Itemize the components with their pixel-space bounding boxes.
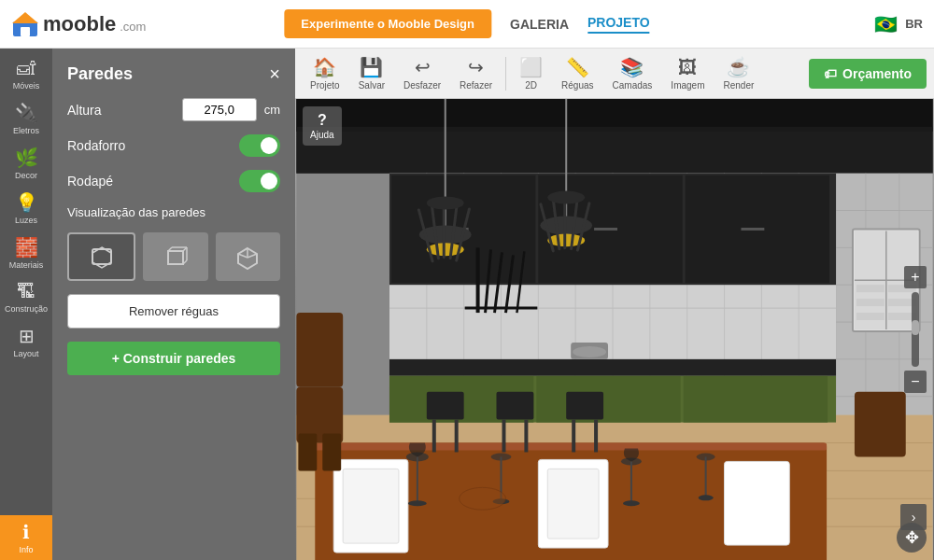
altura-input[interactable] — [182, 98, 257, 121]
svg-rect-100 — [315, 443, 827, 451]
rodaforro-toggle-row: Rodaforro — [67, 134, 280, 157]
ajuda-icon: ? — [318, 112, 327, 129]
tool-projeto-button[interactable]: 🏠 Projeto — [303, 52, 347, 94]
logo-suffix: .com — [120, 20, 146, 34]
scene-svg — [295, 99, 934, 560]
view-box-icon — [163, 244, 189, 270]
construcao-icon: 🏗 — [17, 281, 35, 302]
try-mooble-button[interactable]: Experimente o Mooble Design — [284, 9, 491, 38]
sidebar-item-materiais[interactable]: 🧱 Materiais — [0, 231, 52, 275]
luzes-icon: 💡 — [15, 191, 38, 214]
sidebar-item-moveis[interactable]: 🛋 Móveis — [0, 52, 52, 96]
svg-rect-120 — [322, 434, 341, 471]
sidebar-info-label: Info — [19, 545, 33, 554]
paredes-panel: Paredes × Altura cm Rodaforro Rodapé Vis… — [52, 49, 295, 560]
svg-rect-17 — [296, 99, 932, 132]
remover-reguas-button[interactable]: Remover réguas — [67, 294, 280, 329]
move-icon-button[interactable]: ✥ — [897, 523, 927, 553]
rodape-label: Rodapé — [67, 174, 232, 189]
construir-paredes-button[interactable]: + Construir paredes — [67, 342, 280, 375]
nav-galeria-link[interactable]: GALERIA — [510, 17, 569, 32]
toolbar: 🏠 Projeto 💾 Salvar ↩ Desfazer ↪ Refazer … — [295, 49, 934, 99]
tool-refazer-label: Refazer — [460, 80, 492, 91]
svg-rect-110 — [547, 469, 599, 539]
sidebar-item-layout[interactable]: ⊞ Layout — [0, 319, 52, 364]
nav-projeto-link[interactable]: PROJETO — [587, 15, 650, 34]
tool-salvar-label: Salvar — [359, 80, 385, 91]
language-label[interactable]: BR — [905, 17, 923, 31]
svg-line-14 — [248, 254, 257, 258]
tool-imagem-label: Imagem — [671, 80, 704, 91]
tool-projeto-label: Projeto — [310, 80, 340, 91]
rodaforro-label: Rodaforro — [67, 138, 232, 153]
tool-imagem-button[interactable]: 🖼 Imagem — [663, 53, 712, 94]
sidebar-moveis-label: Móveis — [13, 81, 40, 91]
3d-viewport[interactable]: ? Ajuda + − › ✥ — [295, 99, 934, 560]
tool-camadas-button[interactable]: 📚 Camadas — [605, 52, 660, 94]
sidebar-item-eletros[interactable]: 🔌 Eletros — [0, 96, 52, 141]
svg-rect-94 — [856, 299, 884, 306]
svg-rect-119 — [298, 434, 317, 471]
sidebar-item-decor[interactable]: 🌿 Decor — [0, 141, 52, 186]
decor-icon: 🌿 — [15, 147, 38, 169]
tool-render-button[interactable]: ☕ Render — [715, 52, 761, 94]
svg-rect-18 — [296, 127, 932, 174]
svg-rect-129 — [566, 392, 603, 420]
view-box-button[interactable] — [143, 232, 207, 281]
sidebar-item-info[interactable]: ℹ Info — [0, 515, 52, 560]
eletros-icon: 🔌 — [15, 102, 38, 124]
view-corner-button[interactable] — [216, 232, 280, 281]
svg-point-80 — [547, 191, 585, 204]
zoom-out-button[interactable]: − — [904, 371, 927, 393]
tool-salvar-button[interactable]: 💾 Salvar — [351, 52, 392, 94]
ajuda-button[interactable]: ? Ajuda — [303, 106, 342, 146]
logo-text: mooble — [43, 12, 116, 36]
logo-icon — [11, 10, 39, 38]
projeto-icon: 🏠 — [313, 56, 336, 78]
info-icon: ℹ — [22, 521, 30, 543]
zoom-bar[interactable] — [912, 292, 919, 367]
layout-icon: ⊞ — [19, 325, 35, 347]
svg-point-71 — [427, 197, 464, 210]
rodaforro-toggle[interactable] — [239, 134, 280, 157]
header-nav: Experimente o Mooble Design GALERIA PROJ… — [284, 9, 649, 38]
tool-desfazer-button[interactable]: ↩ Desfazer — [396, 52, 448, 94]
zoom-in-button[interactable]: + — [904, 266, 927, 288]
tool-camadas-label: Camadas — [613, 80, 653, 91]
svg-point-88 — [573, 346, 606, 357]
sidebar-item-construcao[interactable]: 🏗 Construção — [0, 275, 52, 319]
svg-rect-121 — [296, 313, 343, 387]
tool-reguas-button[interactable]: 📏 Réguas — [554, 52, 601, 94]
tool-2d-button[interactable]: ⬜ 2D — [512, 52, 550, 94]
svg-point-113 — [623, 500, 640, 506]
materiais-icon: 🧱 — [15, 236, 38, 259]
salvar-icon: 💾 — [360, 56, 383, 78]
svg-rect-126 — [497, 392, 534, 420]
toolbar-separator — [505, 57, 506, 91]
imagem-icon: 🖼 — [678, 57, 697, 78]
altura-field-row: Altura cm — [67, 98, 280, 121]
svg-rect-2 — [21, 27, 30, 36]
rodape-toggle[interactable] — [239, 170, 280, 192]
sidebar-materiais-label: Materiais — [9, 260, 44, 270]
panel-close-button[interactable]: × — [269, 63, 280, 85]
panel-title: Paredes — [67, 64, 133, 84]
view-3d-full-button[interactable] — [67, 232, 135, 281]
svg-point-116 — [699, 495, 714, 500]
sidebar: 🛋 Móveis 🔌 Eletros 🌿 Decor 💡 Luzes 🧱 Mat… — [0, 49, 52, 560]
svg-rect-5 — [168, 251, 183, 264]
toolbar-and-viewport: 🏠 Projeto 💾 Salvar ↩ Desfazer ↪ Refazer … — [295, 49, 934, 560]
svg-rect-61 — [536, 376, 680, 423]
sidebar-item-luzes[interactable]: 💡 Luzes — [0, 186, 52, 231]
sidebar-luzes-label: Luzes — [15, 216, 37, 225]
svg-rect-95 — [856, 313, 884, 320]
tool-desfazer-label: Desfazer — [403, 80, 441, 91]
zoom-controls: + − — [904, 266, 927, 393]
refazer-icon: ↪ — [468, 56, 484, 78]
tool-refazer-button[interactable]: ↪ Refazer — [452, 52, 500, 94]
vis-section-title: Visualização das paredes — [67, 205, 280, 219]
panel-header: Paredes × — [67, 63, 280, 85]
orcamento-tag-icon: 🏷 — [824, 66, 837, 81]
orcamento-button[interactable]: 🏷 Orçamento — [809, 59, 927, 89]
svg-line-13 — [238, 254, 248, 258]
